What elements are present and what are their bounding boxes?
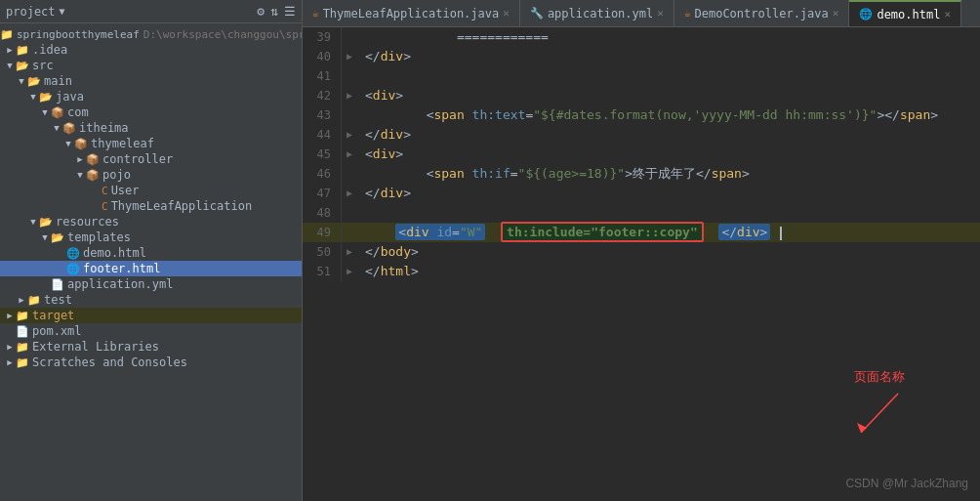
project-root-item[interactable]: 📁 springbootthymeleaf D:\workspace\chang… (0, 27, 302, 42)
line-content-48 (357, 203, 980, 223)
sidebar-item-pojo[interactable]: ▼ 📦 pojo (0, 167, 302, 183)
sidebar-item-target[interactable]: ▶ 📁 target (0, 308, 302, 323)
fold-43[interactable] (342, 105, 357, 125)
templates-label: templates (67, 230, 131, 244)
itheima-label: itheima (79, 121, 129, 135)
line-content-40: </div> (357, 47, 980, 66)
fold-48[interactable] (342, 203, 357, 223)
line-num-42: 42 (303, 86, 342, 105)
sidebar-item-itheima[interactable]: ▼ 📦 itheima (0, 120, 302, 136)
line-num-41: 41 (303, 66, 342, 86)
templates-arrow: ▼ (39, 232, 51, 242)
ext-libs-folder-icon: 📁 (16, 341, 29, 354)
watermark: CSDN @Mr JackZhang (845, 474, 968, 493)
java-label: java (56, 90, 84, 104)
pojo-pkg-icon: 📦 (86, 169, 100, 182)
fold-51[interactable]: ▶ (342, 262, 357, 281)
sidebar-item-demo-html[interactable]: 🌐 demo.html (0, 245, 302, 261)
app-label: ThymeLeafApplication (111, 199, 253, 213)
fold-41[interactable] (342, 66, 357, 86)
fold-45[interactable]: ▶ (342, 145, 357, 164)
demo-html-label: demo.html (83, 246, 146, 260)
demo-html-icon: 🌐 (66, 247, 80, 260)
project-root-label: springbootthymeleaf (17, 28, 140, 41)
fold-44[interactable]: ▶ (342, 125, 357, 145)
sidebar-item-scratches[interactable]: ▶ 📁 Scratches and Consoles (0, 355, 302, 370)
sidebar-item-thymeleaf[interactable]: ▼ 📦 thymeleaf (0, 136, 302, 151)
line-content-46: <span th:if="${(age>=18)}">终于成年了</span> (357, 164, 980, 184)
java-ctrl-icon: ☕ (684, 7, 691, 20)
code-line-44: 44 ▶ </div> (303, 125, 980, 145)
fold-49[interactable] (342, 223, 357, 242)
target-arrow: ▶ (4, 311, 16, 320)
sidebar-item-user[interactable]: C User (0, 183, 302, 198)
project-sidebar: project ▼ ⚙ ⇅ ☰ 📁 springbootthymeleaf D:… (0, 0, 303, 501)
sidebar-item-src[interactable]: ▼ 📂 src (0, 58, 302, 73)
line-num-43: 43 (303, 105, 342, 125)
com-label: com (67, 105, 89, 119)
sidebar-item-footer-html[interactable]: 🌐 footer.html (0, 261, 302, 276)
tab-democontroller-close[interactable]: ✕ (833, 7, 839, 20)
target-label: target (32, 309, 74, 322)
sidebar-item-main[interactable]: ▼ 📂 main (0, 73, 302, 89)
tab-thymeleafapp-close[interactable]: ✕ (503, 7, 510, 20)
sidebar-item-resources[interactable]: ▼ 📂 resources (0, 214, 302, 230)
line-content-49: <div id="W" th:include="footer::copy" </… (357, 223, 980, 242)
tab-thymeleafapp[interactable]: ☕ ThymeLeafApplication.java ✕ (303, 0, 520, 26)
line-content-47: </div> (357, 184, 980, 203)
sidebar-item-application-yml[interactable]: 📄 application.yml (0, 276, 302, 292)
tab-demo-html-close[interactable]: ✕ (944, 8, 951, 21)
tab-demo-html-label: demo.html (877, 8, 940, 21)
code-content: 39 ============ 40 ▶ </div> 41 42 ▶ (303, 27, 980, 281)
line-num-46: 46 (303, 164, 342, 184)
controller-pkg-icon: 📦 (86, 153, 100, 166)
sidebar-item-controller[interactable]: ▶ 📦 controller (0, 151, 302, 167)
resources-arrow: ▼ (27, 217, 39, 227)
line-content-39: ============ (357, 27, 980, 47)
code-editor[interactable]: 39 ============ 40 ▶ </div> 41 42 ▶ (303, 27, 980, 501)
sidebar-item-idea[interactable]: ▶ 📁 .idea (0, 42, 302, 58)
sidebar-item-ext-libs[interactable]: ▶ 📁 External Libraries (0, 339, 302, 355)
tab-appyml[interactable]: 🔧 application.yml ✕ (520, 0, 674, 26)
project-label[interactable]: project (6, 5, 56, 19)
resources-label: resources (56, 215, 119, 229)
dropdown-icon[interactable]: ▼ (60, 6, 65, 17)
tab-demo-html[interactable]: 🌐 demo.html ✕ (849, 0, 961, 26)
sidebar-item-thymeleafapp[interactable]: C ThymeLeafApplication (0, 198, 302, 214)
java-folder-icon: 📂 (39, 91, 53, 104)
code-line-49: 49 <div id="W" th:include="footer::copy"… (303, 223, 980, 242)
tab-appyml-close[interactable]: ✕ (657, 7, 664, 20)
test-arrow: ▶ (16, 295, 27, 305)
sidebar-item-java[interactable]: ▼ 📂 java (0, 89, 302, 104)
sidebar-item-pom[interactable]: 📄 pom.xml (0, 323, 302, 339)
code-line-39: 39 ============ (303, 27, 980, 47)
sidebar-item-com[interactable]: ▼ 📦 com (0, 104, 302, 120)
line-num-44: 44 (303, 125, 342, 145)
app-class-icon: C (102, 200, 108, 213)
cog-icon[interactable]: ⚙ (257, 4, 265, 19)
fold-46[interactable] (342, 164, 357, 184)
tab-democontroller[interactable]: ☕ DemoController.java ✕ (674, 0, 850, 26)
fold-40[interactable]: ▶ (342, 47, 357, 66)
settings-icon[interactable]: ☰ (284, 4, 296, 19)
controller-label: controller (102, 152, 173, 166)
sidebar-title-area: project ▼ (6, 5, 65, 19)
fold-42[interactable]: ▶ (342, 86, 357, 105)
sort-icon[interactable]: ⇅ (270, 4, 278, 19)
sidebar-item-test[interactable]: ▶ 📁 test (0, 292, 302, 308)
file-tree: 📁 springbootthymeleaf D:\workspace\chang… (0, 23, 302, 501)
code-line-46: 46 <span th:if="${(age>=18)}">终于成年了</spa… (303, 164, 980, 184)
line-content-50: </body> (357, 242, 980, 262)
line-num-51: 51 (303, 262, 342, 281)
idea-label: .idea (32, 43, 67, 57)
yaml-file-icon: 🔧 (530, 7, 544, 20)
user-class-icon: C (102, 185, 108, 197)
code-line-51: 51 ▶ </html> (303, 262, 980, 281)
pom-icon: 📄 (16, 325, 29, 338)
footer-html-label: footer.html (83, 262, 160, 275)
fold-47[interactable]: ▶ (342, 184, 357, 203)
fold-39[interactable] (342, 27, 357, 47)
fold-50[interactable]: ▶ (342, 242, 357, 262)
sidebar-item-templates[interactable]: ▼ 📂 templates (0, 230, 302, 245)
svg-line-0 (861, 394, 898, 433)
